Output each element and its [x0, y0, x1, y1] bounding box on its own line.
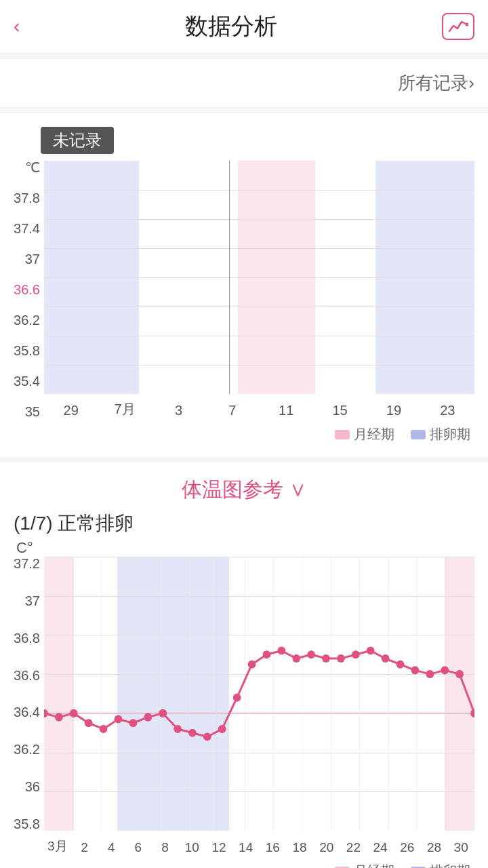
grid-line-4 — [44, 277, 474, 278]
grid-line-3 — [44, 248, 474, 249]
header: ‹ 数据分析 — [0, 0, 488, 54]
x2-label-14: 28 — [421, 840, 448, 855]
legend-ovulation: 排卵期 — [411, 425, 470, 443]
y2-label-3: 36.6 — [14, 669, 40, 682]
svg-point-40 — [396, 660, 405, 669]
x2-label-10: 20 — [313, 840, 340, 855]
svg-point-19 — [85, 719, 93, 727]
svg-point-35 — [322, 654, 330, 663]
x-label-2: 3 — [152, 403, 205, 418]
svg-point-20 — [100, 725, 108, 733]
chart1-y-axis: ℃ 37.8 37.4 37 36.6 36.2 35.8 35.4 35 — [7, 161, 44, 418]
y-label-7: 35.4 — [14, 374, 40, 388]
x-label-7: 23 — [421, 403, 474, 418]
chart2-plot: // We'll draw these via SVG in JS below — [44, 557, 474, 831]
x-label-6: 19 — [367, 403, 420, 418]
chart1-x-axis: 29 7月 3 7 11 15 19 23 — [44, 394, 474, 418]
records-link[interactable]: 所有记录› — [398, 71, 474, 95]
v-marker — [229, 161, 230, 394]
svg-point-17 — [55, 713, 63, 722]
svg-point-45 — [470, 709, 474, 717]
x2-label-3: 6 — [125, 840, 152, 855]
chart1-wrapper: ℃ 37.8 37.4 37 36.6 36.2 35.8 35.4 35 — [7, 161, 481, 418]
chart2-legend: 月经期 排卵期 — [7, 855, 481, 868]
x2-label-5: 10 — [178, 840, 205, 855]
x2-label-12: 24 — [367, 840, 394, 855]
svg-point-29 — [233, 694, 241, 702]
legend2-ovulation-label: 排卵期 — [430, 862, 470, 868]
grid-line-7 — [44, 365, 474, 366]
grid-line-6 — [44, 336, 474, 336]
x2-label-4: 8 — [152, 840, 179, 855]
svg-point-31 — [263, 650, 271, 658]
x-label-1: 7月 — [98, 400, 151, 418]
chart2-subtitle: (1/7) 正常排卵 — [14, 511, 481, 536]
svg-point-30 — [248, 660, 256, 669]
x2-label-1: 2 — [71, 840, 98, 855]
svg-point-38 — [367, 646, 375, 654]
back-button[interactable]: ‹ — [14, 16, 20, 37]
y-label-3: 37 — [25, 252, 40, 266]
svg-point-25 — [174, 725, 182, 733]
chart-section-1: 未记录 ℃ 37.8 37.4 37 36.6 36.2 35.8 35.4 3… — [0, 113, 488, 457]
chart1-plot — [44, 161, 474, 394]
svg-point-41 — [411, 666, 420, 674]
x2-label-15: 30 — [447, 840, 474, 855]
y-label-2: 37.4 — [14, 222, 40, 235]
chart2-yunit: C° — [16, 539, 481, 557]
svg-point-24 — [159, 709, 167, 717]
y2-label-6: 36 — [25, 780, 40, 793]
svg-point-18 — [70, 709, 78, 717]
x2-label-7: 14 — [232, 840, 260, 855]
y-label-0: ℃ — [25, 161, 40, 174]
svg-point-43 — [441, 666, 449, 674]
chart2-title[interactable]: 体温图参考 ∨ — [7, 476, 481, 504]
svg-point-27 — [203, 732, 211, 741]
x2-label-9: 18 — [286, 840, 313, 855]
x-label-0: 29 — [44, 403, 98, 418]
chart2-y-axis: 37.2 37 36.8 36.6 36.4 36.2 36 35.8 — [7, 557, 44, 855]
y-label-5: 36.2 — [14, 313, 40, 327]
y2-label-2: 36.8 — [14, 631, 40, 645]
temperature-curve — [44, 557, 474, 831]
y-label-1: 37.8 — [14, 191, 40, 205]
svg-point-39 — [382, 654, 390, 663]
grid-line-5 — [44, 307, 474, 307]
grid-line-2 — [44, 219, 474, 220]
svg-point-23 — [144, 713, 152, 722]
legend-menstrual-label: 月经期 — [354, 425, 394, 443]
chart2-x-axis: 3月 2 4 6 8 10 12 14 16 18 20 22 24 26 28… — [44, 831, 474, 855]
page-title: 数据分析 — [185, 11, 277, 42]
chart-icon-button[interactable] — [442, 13, 474, 40]
svg-point-37 — [352, 650, 360, 658]
y2-label-1: 37 — [25, 594, 40, 608]
legend-dot-pink — [335, 430, 350, 439]
y2-label-0: 37.2 — [14, 557, 40, 570]
x-label-3: 7 — [205, 403, 259, 418]
svg-point-36 — [337, 654, 345, 663]
grid-line-1 — [44, 190, 474, 191]
chart-badge: 未记录 — [41, 127, 114, 154]
legend2-menstrual-label: 月经期 — [354, 862, 394, 868]
svg-point-34 — [307, 650, 315, 658]
chart-section-2: 体温图参考 ∨ (1/7) 正常排卵 C° 37.2 37 36.8 36.6 … — [0, 462, 488, 868]
x-label-5: 15 — [313, 403, 367, 418]
legend2-ovulation: 排卵期 — [411, 862, 470, 868]
svg-point-42 — [426, 670, 434, 678]
svg-point-33 — [292, 654, 300, 663]
legend-dot-blue — [411, 430, 426, 439]
y-label-4-highlight: 36.6 — [14, 283, 40, 296]
legend-ovulation-label: 排卵期 — [430, 425, 470, 443]
svg-point-26 — [188, 729, 197, 737]
x2-label-0: 3月 — [44, 837, 71, 855]
chart2-wrapper: 37.2 37 36.8 36.6 36.4 36.2 36 35.8 — [7, 557, 481, 855]
svg-point-16 — [44, 709, 48, 717]
legend2-menstrual: 月经期 — [335, 862, 394, 868]
x2-label-6: 12 — [205, 840, 232, 855]
chart1-legend: 月经期 排卵期 — [7, 418, 481, 443]
y-label-6: 35.8 — [14, 344, 40, 357]
y-label-8: 35 — [25, 405, 40, 418]
svg-point-32 — [277, 646, 285, 654]
legend-menstrual: 月经期 — [335, 425, 394, 443]
y2-label-4: 36.4 — [14, 705, 40, 719]
